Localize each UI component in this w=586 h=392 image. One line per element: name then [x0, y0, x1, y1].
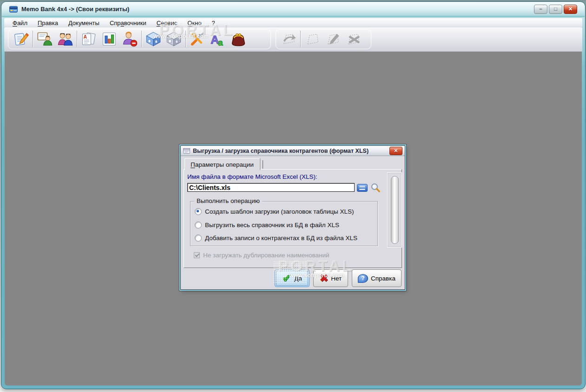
font-icon[interactable]: A a: [208, 29, 228, 49]
operation-groupbox: Выполнить операцию Создать шаблон загруз…: [190, 201, 378, 246]
scrollbar-thumb[interactable]: [391, 176, 399, 244]
menu-item-window[interactable]: Окно: [187, 20, 201, 26]
yes-button[interactable]: ✔ Да: [275, 269, 309, 287]
clients-icon[interactable]: [55, 29, 75, 49]
window-controls: – □ ✕: [534, 5, 580, 14]
svg-text:a: a: [218, 38, 223, 47]
file-name-label: Имя файла в формате Microsoft Excel (XLS…: [187, 173, 317, 180]
toolbar-panel-main: A: [8, 29, 271, 49]
toolbar-separator: [141, 31, 142, 47]
file-list-button[interactable]: [357, 184, 368, 192]
toolbar-panel-records: [276, 29, 371, 49]
window-title: Memo Bank 4x4 -> (Свои реквизиты): [21, 6, 129, 13]
record-delete-icon: [343, 29, 363, 49]
main-titlebar[interactable]: Memo Bank 4x4 -> (Свои реквизиты) – □ ✕: [2, 2, 585, 17]
toolbar-separator: [300, 31, 301, 47]
xls-export-dialog: Выгрузка / загрузка справочника контраге…: [180, 145, 405, 290]
toolbar-separator: [33, 31, 33, 47]
tools-icon[interactable]: [187, 29, 208, 49]
record-blank-icon: [302, 29, 323, 49]
toolbar-separator: [77, 31, 77, 47]
no-duplicates-checkbox: Не загружать дублирование наименований: [194, 252, 329, 259]
bank-card-icon: [9, 6, 18, 13]
radio-import-records[interactable]: Добавить записи о контрагентах в БД из ф…: [195, 235, 357, 242]
edit-document-icon[interactable]: [11, 29, 31, 49]
menu-item-directories[interactable]: Справочники: [110, 20, 146, 26]
radio-create-template[interactable]: Создать шаблон загрузки (заголовок табли…: [195, 208, 354, 215]
documents-icon[interactable]: A: [79, 29, 99, 49]
operation-group-title: Выполнить операцию: [194, 197, 262, 204]
checkbox-icon: [194, 252, 200, 258]
dialog-form-icon: [183, 148, 190, 154]
vertical-scrollbar[interactable]: [387, 172, 402, 248]
radio-button-icon[interactable]: [195, 235, 202, 242]
toolbar-separator: [185, 31, 186, 47]
tab-page: Имя файла в формате Microsoft Excel (XLS…: [184, 169, 402, 268]
menu-item-edit[interactable]: Правка: [38, 20, 58, 26]
help-button[interactable]: ? Справка: [352, 269, 402, 287]
file-path-input[interactable]: [187, 183, 355, 192]
radio-export-all[interactable]: Выгрузить весь справочник из БД в файл X…: [195, 222, 339, 229]
report-chart-icon[interactable]: [99, 29, 119, 49]
radio-button-icon[interactable]: [195, 208, 202, 215]
browse-search-icon[interactable]: [370, 183, 381, 193]
menu-item-file[interactable]: Файл: [13, 20, 27, 26]
check-icon: ✔: [282, 274, 291, 283]
record-edit-icon: [323, 29, 343, 49]
dialog-titlebar[interactable]: Выгрузка / загрузка справочника контраге…: [181, 146, 405, 156]
tab-operation-params[interactable]: Параметры операции: [184, 158, 260, 170]
database-blue-icon[interactable]: [143, 29, 164, 49]
cross-icon: ✖: [320, 274, 328, 283]
dialog-close-button[interactable]: ✕: [389, 147, 402, 155]
menu-bar: Файл Правка Документы Справочники Сервис…: [4, 18, 582, 27]
tab-caret: [263, 160, 263, 169]
help-bubble-icon: ?: [358, 274, 368, 283]
employee-board-icon[interactable]: [34, 29, 55, 49]
purse-icon[interactable]: [228, 29, 249, 49]
menu-item-help[interactable]: ?: [211, 20, 215, 26]
close-button[interactable]: ✕: [564, 5, 577, 14]
no-button[interactable]: ✖ Нет: [313, 269, 348, 287]
toolbar: A: [4, 27, 582, 52]
database-gray-icon[interactable]: [164, 29, 184, 49]
svg-text:A: A: [84, 34, 87, 39]
minimize-button[interactable]: –: [534, 5, 547, 14]
radio-button-icon[interactable]: [195, 222, 202, 229]
remove-person-icon[interactable]: [119, 29, 140, 49]
record-arrow-icon: [278, 29, 299, 49]
maximize-button[interactable]: □: [549, 5, 562, 14]
desktop: { "window": { "title": "Memo Bank 4x4 ->…: [0, 0, 586, 392]
dialog-title: Выгрузка / загрузка справочника контраге…: [193, 148, 369, 154]
menu-item-documents[interactable]: Документы: [68, 20, 99, 26]
menu-item-service[interactable]: Сервис: [157, 20, 178, 26]
